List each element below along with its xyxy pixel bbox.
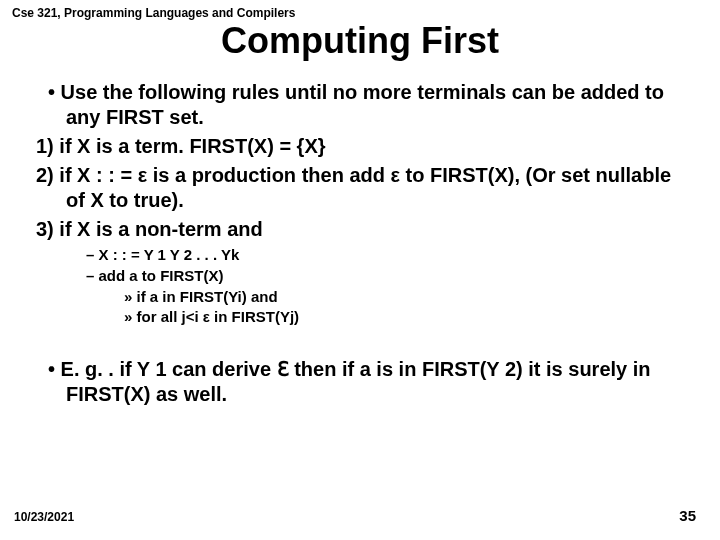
subsub-bullet-cond1: » if a in FIRST(Yi) and (30, 288, 690, 307)
bullet-intro: • Use the following rules until no more … (30, 80, 690, 130)
subsub-bullet-cond2: » for all j<i ε in FIRST(Yj) (30, 308, 690, 327)
spacer (30, 329, 690, 357)
bullet-rule-2: 2) if X : : = ε is a production then add… (30, 163, 690, 213)
sub-bullet-add-a: – add a to FIRST(X) (30, 267, 690, 286)
bullet-example: • E. g. . if Y 1 can derive Ɛ then if a … (30, 357, 690, 407)
slide-title: Computing First (0, 20, 720, 62)
sub-bullet-production: – X : : = Y 1 Y 2 . . . Yk (30, 246, 690, 265)
slide: Cse 321, Programming Languages and Compi… (0, 0, 720, 540)
page-number: 35 (679, 507, 696, 524)
course-header: Cse 321, Programming Languages and Compi… (12, 6, 295, 20)
slide-body: • Use the following rules until no more … (30, 80, 690, 411)
bullet-rule-1: 1) if X is a term. FIRST(X) = {X} (30, 134, 690, 159)
footer-date: 10/23/2021 (14, 510, 74, 524)
bullet-rule-3: 3) if X is a non-term and (30, 217, 690, 242)
